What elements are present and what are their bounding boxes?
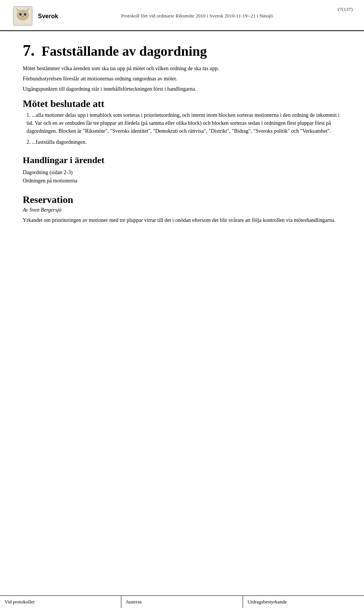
- section-heading: 7. Fastställande av dagordning: [23, 42, 341, 59]
- decision-item-1-number: 1.: [27, 112, 31, 118]
- section-title: Fastställande av dagordning: [42, 44, 207, 59]
- section-number: 7.: [23, 42, 35, 58]
- intro-2: Förbundsstyrelsen föreslår att motionern…: [23, 75, 341, 83]
- svg-point-5: [24, 13, 26, 16]
- page-wrapper: Sverok Protokoll fört vid ordinarie Riks…: [0, 0, 364, 608]
- handlingar-heading: Handlingar i ärendet: [23, 155, 341, 165]
- header-title: Protokoll fört vid ordinarie Riksmöte 20…: [58, 13, 337, 19]
- reservation-text: Yrkandet om prioriteringen av motioner m…: [23, 216, 341, 224]
- reservation-heading: Reservation: [23, 194, 341, 206]
- org-name: Sverok: [38, 13, 58, 20]
- svg-point-1: [17, 10, 29, 20]
- footer-col-2: Justeras: [121, 596, 243, 608]
- reservation-author: Av Sven Bergersjö: [23, 207, 341, 213]
- decision-item-2-text: ...fastställa dagordningen.: [32, 139, 86, 145]
- footer-col-1: Vid protokollet: [0, 596, 121, 608]
- handlingar-item-2: Ordningen på motionerna: [23, 177, 341, 185]
- intro-1: Mötet bestämmer vilka ärenden som ska ta…: [23, 64, 341, 72]
- svg-point-6: [22, 16, 24, 17]
- logo: [11, 5, 34, 27]
- decision-item-1: 1. ...alla motioner delas upp i temabloc…: [27, 111, 341, 135]
- decision-item-2-number: 2.: [27, 139, 31, 145]
- header-left: Sverok: [11, 5, 58, 27]
- page-header: Sverok Protokoll fört vid ordinarie Riks…: [0, 0, 364, 31]
- svg-point-4: [19, 13, 22, 16]
- page-footer: Vid protokollet Justeras Utdragsbestyrka…: [0, 595, 364, 608]
- handlingar-item-1: Dagordning (sidan 2-3): [23, 168, 341, 177]
- footer-col-3: Utdragsbestyrkande: [243, 596, 364, 608]
- decision-item-1-text: ...alla motioner delas upp i temablock s…: [27, 112, 339, 134]
- page-content: 7. Fastställande av dagordning Mötet bes…: [0, 31, 364, 595]
- decision-heading: Mötet beslutade att: [23, 98, 341, 110]
- page-number: 17(137): [337, 5, 353, 13]
- decision-list: 1. ...alla motioner delas upp i temabloc…: [27, 111, 341, 146]
- decision-item-2: 2. ...fastställa dagordningen.: [27, 138, 341, 146]
- intro-3: Utgångspunkten till dagordning står i in…: [23, 85, 341, 93]
